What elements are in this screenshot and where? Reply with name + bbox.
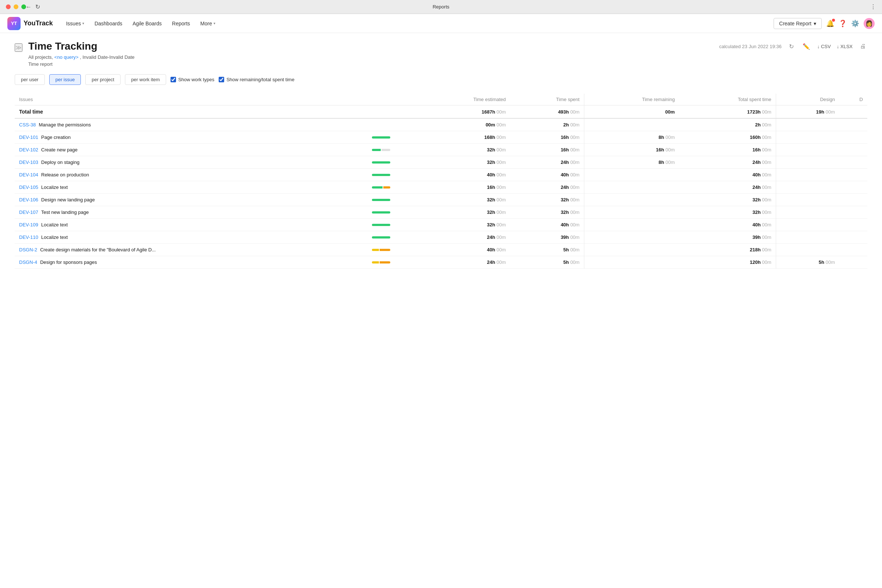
notifications-button[interactable]: 🔔 (826, 20, 834, 28)
issue-id-link[interactable]: DSGN-4 (19, 260, 37, 265)
bar-cell (346, 231, 416, 244)
d-cell (839, 144, 867, 156)
table-container: Issues Time estimated Time spent Time re… (15, 94, 867, 268)
more-button[interactable]: ⋮ (870, 3, 876, 10)
col-bar (346, 94, 416, 105)
progress-bar-cell (350, 174, 412, 176)
xlsx-download-button[interactable]: ↓ XLSX (837, 44, 853, 49)
nav-item-agile-boards[interactable]: Agile Boards (128, 18, 166, 28)
page-header: Time Tracking calculated 23 Jun 2022 19:… (28, 40, 867, 67)
time-remaining-cell (584, 206, 679, 219)
report-type: Time report (28, 62, 867, 67)
avatar[interactable]: 👩 (864, 18, 874, 29)
nav-item-reports[interactable]: Reports (168, 18, 194, 28)
tab-per-issue[interactable]: per issue (49, 74, 81, 85)
design-cell (776, 131, 839, 144)
time-remaining-cell (584, 231, 679, 244)
time-remaining-cell (584, 181, 679, 194)
table-header: Issues Time estimated Time spent Time re… (15, 94, 867, 105)
time-estimated-cell: 40h 00m (416, 244, 510, 256)
issue-id-link[interactable]: DEV-106 (19, 197, 38, 202)
design-cell (776, 156, 839, 169)
issue-title: Localize text (41, 234, 68, 240)
close-window-btn[interactable] (6, 4, 10, 9)
total-spent-cell: 32h 00m (679, 194, 776, 206)
total-time-remaining: 00m (584, 105, 679, 119)
header-actions: calculated 23 Jun 2022 19:36 ↻ ✏️ ↓ CSV … (719, 42, 867, 51)
col-total-spent: Total spent time (679, 94, 776, 105)
design-cell (776, 144, 839, 156)
csv-download-button[interactable]: ↓ CSV (818, 44, 831, 49)
issue-id-link[interactable]: DEV-105 (19, 184, 38, 190)
total-spent-cell: 40h 00m (679, 219, 776, 231)
nav-buttons: ← ↻ (26, 3, 40, 10)
bar-cell (346, 181, 416, 194)
issue-id-link[interactable]: DEV-104 (19, 172, 38, 177)
issue-cell: DEV-102Create new page (15, 144, 346, 156)
table-row: DEV-105Localize text16h 00m24h 00m24h 00… (15, 181, 867, 194)
progress-bar (372, 224, 390, 226)
tab-per-user[interactable]: per user (15, 74, 45, 85)
time-estimated-cell: 32h 00m (416, 194, 510, 206)
controls-row: per user per issue per project per work … (15, 74, 867, 85)
help-button[interactable]: ❓ (838, 20, 847, 28)
total-spent-cell: 218h 00m (679, 244, 776, 256)
nav-item-dashboards[interactable]: Dashboards (90, 18, 127, 28)
time-spent-cell: 16h 00m (510, 131, 584, 144)
issue-id-link[interactable]: DEV-103 (19, 159, 38, 165)
table-row: DEV-103Deploy on staging32h 00m24h 00m8h… (15, 156, 867, 169)
total-spent-cell: 39h 00m (679, 231, 776, 244)
table-row: DEV-104Release on production40h 00m40h 0… (15, 169, 867, 181)
show-work-types-checkbox[interactable]: Show work types (171, 77, 214, 82)
issue-id-link[interactable]: DEV-109 (19, 222, 38, 228)
issue-cell: CSS-38Manage the permissions (15, 118, 346, 131)
page-title-row: Time Tracking calculated 23 Jun 2022 19:… (28, 40, 867, 52)
d-cell (839, 131, 867, 144)
back-button[interactable]: ← (26, 4, 32, 10)
query-link[interactable]: <no query> (54, 54, 79, 60)
top-nav: YT YouTrack Issues ▾ Dashboards Agile Bo… (0, 14, 882, 33)
reload-button[interactable]: ↻ (35, 3, 40, 10)
tab-per-project[interactable]: per project (85, 74, 120, 85)
issue-id-link[interactable]: DEV-110 (19, 234, 38, 240)
settings-button[interactable]: ⚙️ (851, 20, 859, 28)
minimize-window-btn[interactable] (14, 4, 18, 9)
create-report-button[interactable]: Create Report ▾ (774, 18, 822, 29)
d-cell (839, 256, 867, 268)
total-spent-cell: 2h 00m (679, 118, 776, 131)
nav-item-more[interactable]: More ▾ (196, 18, 220, 28)
logo[interactable]: YT YouTrack (8, 17, 53, 30)
notification-dot (832, 19, 835, 22)
col-d: D (839, 94, 867, 105)
time-spent-cell: 32h 00m (510, 194, 584, 206)
tab-per-work-item[interactable]: per work item (125, 74, 166, 85)
progress-bar (372, 186, 390, 189)
meta-info: All projects, <no query> , Invalid Date-… (28, 54, 867, 60)
bar-cell (346, 206, 416, 219)
calc-date: calculated 23 Jun 2022 19:36 (719, 44, 782, 49)
edit-button[interactable]: ✏️ (801, 42, 812, 51)
design-cell (776, 244, 839, 256)
issue-id-link[interactable]: DEV-107 (19, 210, 38, 215)
print-button[interactable]: 🖨 (858, 42, 867, 51)
time-spent-cell: 40h 00m (510, 219, 584, 231)
table-row: DEV-106Design new landing page32h 00m32h… (15, 194, 867, 206)
issue-title: Design new landing page (41, 197, 95, 202)
issue-id-link[interactable]: DEV-101 (19, 135, 38, 140)
sidebar-toggle-button[interactable]: ≫ (15, 44, 22, 52)
issue-id-link[interactable]: CSS-38 (19, 122, 36, 128)
time-remaining-cell: 8h 00m (584, 131, 679, 144)
nav-item-issues[interactable]: Issues ▾ (62, 18, 88, 28)
refresh-button[interactable]: ↻ (788, 42, 795, 51)
bar-cell (346, 256, 416, 268)
show-remaining-checkbox[interactable]: Show remaining/total spent time (219, 77, 294, 82)
total-time-spent: 493h 00m (510, 105, 584, 119)
issue-id-link[interactable]: DSGN-2 (19, 247, 37, 252)
issue-title: Deploy on staging (41, 159, 80, 165)
total-spent-cell: 120h 00m (679, 256, 776, 268)
window-controls (6, 4, 26, 9)
time-remaining-cell: 16h 00m (584, 144, 679, 156)
issue-id-link[interactable]: DEV-102 (19, 147, 38, 153)
table-row: DSGN-4Design for sponsors pages24h 00m5h… (15, 256, 867, 268)
issue-cell: DEV-106Design new landing page (15, 194, 346, 206)
